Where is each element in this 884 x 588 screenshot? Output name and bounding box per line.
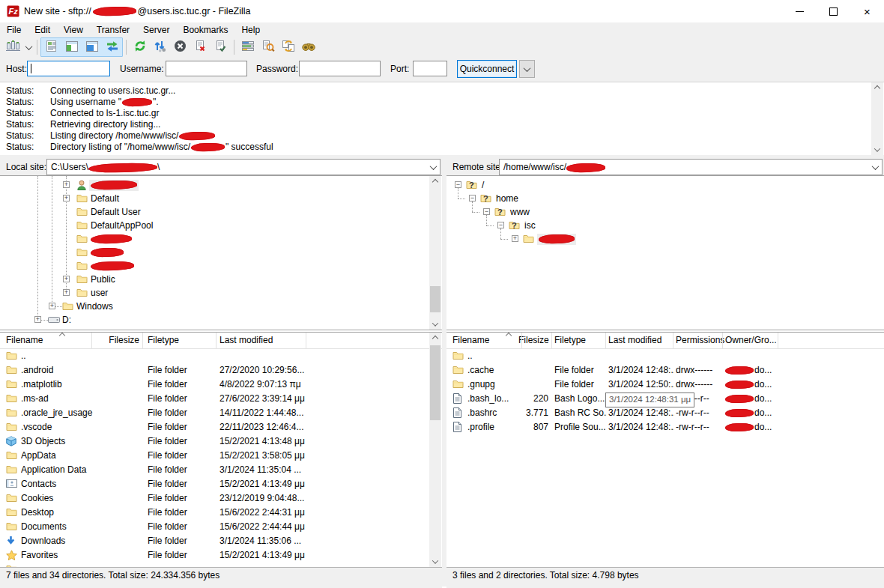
column-header-last-modified[interactable]: Last modified bbox=[608, 335, 662, 345]
file-row--vscode[interactable]: .vscodeFile folder22/11/2023 12:46:4... bbox=[0, 420, 442, 434]
file-row--matplotlib[interactable]: .matplotlibFile folder4/8/2022 9:07:13 π… bbox=[0, 378, 442, 392]
file-row-cookies[interactable]: CookiesFile folder23/12/2019 9:04:48... bbox=[0, 491, 442, 506]
file-row--profile[interactable]: .profile807Profile Sou...3/1/2024 12:48:… bbox=[446, 420, 884, 434]
expand-icon[interactable]: + bbox=[34, 316, 41, 323]
file-row--[interactable]: .. bbox=[0, 349, 442, 363]
cancel-button[interactable] bbox=[170, 38, 190, 56]
expand-icon[interactable]: + bbox=[63, 289, 70, 296]
scroll-down-button[interactable] bbox=[429, 318, 441, 330]
scroll-up-button[interactable] bbox=[429, 333, 441, 344]
site-manager-button[interactable] bbox=[3, 38, 23, 56]
scroll-up-button[interactable] bbox=[429, 176, 441, 187]
scrollbar[interactable] bbox=[429, 333, 441, 567]
file-row--oracle-jre-usage[interactable]: .oracle_jre_usageFile folder14/11/2022 1… bbox=[0, 406, 442, 420]
file-row-application-data[interactable]: Application DataFile folder3/1/2024 11:3… bbox=[0, 463, 442, 477]
port-input[interactable] bbox=[413, 61, 447, 76]
column-header-filename[interactable]: Filename bbox=[452, 335, 489, 345]
expand-icon[interactable]: + bbox=[49, 303, 55, 309]
collapse-icon[interactable]: − bbox=[483, 208, 490, 215]
column-divider[interactable] bbox=[605, 333, 606, 348]
menu-item-view[interactable]: View bbox=[57, 22, 90, 37]
column-divider[interactable] bbox=[91, 333, 92, 348]
tree-item-home[interactable]: −?home bbox=[446, 192, 884, 205]
column-header-filename[interactable]: Filename bbox=[6, 335, 43, 345]
scroll-up-button[interactable] bbox=[871, 82, 883, 94]
column-header-last-modified[interactable]: Last modified bbox=[220, 335, 273, 345]
column-divider[interactable] bbox=[673, 333, 673, 348]
host-input[interactable] bbox=[27, 61, 110, 76]
expand-icon[interactable]: + bbox=[512, 235, 518, 242]
minimize-button[interactable] bbox=[783, 0, 817, 22]
expand-icon[interactable]: + bbox=[63, 195, 70, 201]
tree-item-default[interactable]: +Default bbox=[0, 192, 442, 205]
column-divider[interactable] bbox=[142, 333, 143, 348]
file-row-3d-objects[interactable]: 3D ObjectsFile folder15/2/2021 4:13:48 μ… bbox=[0, 434, 442, 449]
scrollbar-thumb[interactable] bbox=[430, 286, 441, 312]
remote-tree-button[interactable] bbox=[82, 38, 102, 56]
menu-item-edit[interactable]: Edit bbox=[28, 22, 57, 37]
column-header-filesize[interactable]: Filesize bbox=[518, 335, 548, 345]
column-divider[interactable] bbox=[216, 333, 217, 348]
column-header-permissions[interactable]: Permissions bbox=[676, 335, 724, 345]
quickconnect-button[interactable]: Quickconnect bbox=[457, 60, 517, 78]
refresh-button[interactable] bbox=[130, 38, 150, 56]
file-row-downloads[interactable]: DownloadsFile folder3/1/2024 11:35:06 ..… bbox=[0, 534, 442, 548]
file-row-appdata[interactable]: AppDataFile folder15/2/2021 3:58:05 μμ bbox=[0, 449, 442, 463]
menu-item-file[interactable]: File bbox=[0, 22, 28, 37]
collapse-icon[interactable]: − bbox=[469, 195, 476, 201]
tree-item-windows[interactable]: +Windows bbox=[0, 300, 442, 313]
find-files-button[interactable] bbox=[298, 38, 318, 56]
password-input[interactable] bbox=[299, 61, 381, 76]
column-divider[interactable] bbox=[306, 333, 306, 348]
menu-item-bookmarks[interactable]: Bookmarks bbox=[176, 22, 234, 37]
file-row-favorites[interactable]: FavoritesFile folder15/2/2021 4:13:49 μμ bbox=[0, 548, 442, 563]
local-tree-button[interactable] bbox=[61, 38, 82, 56]
file-row-contacts[interactable]: ContactsFile folder15/2/2021 4:13:49 μμ bbox=[0, 477, 442, 491]
maximize-button[interactable] bbox=[817, 0, 850, 22]
sync-browsing-button[interactable] bbox=[278, 38, 298, 56]
quickconnect-dropdown-button[interactable] bbox=[519, 60, 535, 78]
file-row--bashrc[interactable]: .bashrc3.771Bash RC So...3/1/2024 12:48:… bbox=[446, 406, 884, 420]
tree-item[interactable] bbox=[0, 259, 442, 273]
expand-icon[interactable]: + bbox=[63, 276, 70, 282]
reconnect-button[interactable] bbox=[211, 38, 231, 56]
column-divider[interactable] bbox=[551, 333, 552, 348]
column-header-filetype[interactable]: Filetype bbox=[148, 335, 179, 345]
column-divider[interactable] bbox=[778, 333, 778, 348]
scroll-down-button[interactable] bbox=[871, 144, 883, 155]
scrollbar[interactable] bbox=[871, 82, 883, 155]
scroll-down-button[interactable] bbox=[429, 556, 441, 567]
column-header-owner-gro-[interactable]: Owner/Gro... bbox=[725, 335, 777, 345]
scrollbar-thumb[interactable] bbox=[430, 345, 441, 420]
file-row-desktop[interactable]: DesktopFile folder15/6/2022 2:44:31 μμ bbox=[0, 506, 442, 520]
file-row--ms-ad[interactable]: .ms-adFile folder27/6/2022 3:39:14 μμ bbox=[0, 392, 442, 406]
close-button[interactable]: × bbox=[850, 0, 884, 22]
tree-item-isc[interactable]: −?isc bbox=[446, 219, 884, 232]
disconnect-button[interactable] bbox=[190, 38, 211, 56]
collapse-icon[interactable]: − bbox=[497, 222, 504, 228]
file-row-documents[interactable]: DocumentsFile folder15/6/2022 2:44:44 μμ bbox=[0, 520, 442, 534]
collapse-icon[interactable]: − bbox=[455, 181, 461, 188]
menu-item-server[interactable]: Server bbox=[136, 22, 176, 37]
tree-item-www[interactable]: −?www bbox=[446, 205, 884, 219]
tree-item-user[interactable]: +user bbox=[0, 286, 442, 300]
tree-item[interactable]: + bbox=[0, 178, 442, 192]
column-divider[interactable] bbox=[521, 333, 522, 348]
transfer-queue-button[interactable] bbox=[102, 38, 122, 56]
compare-button[interactable] bbox=[258, 38, 278, 56]
local-site-combobox[interactable]: C:\Users\\ bbox=[46, 159, 441, 175]
menu-item-help[interactable]: Help bbox=[234, 22, 267, 37]
tree-item-public[interactable]: +Public bbox=[0, 273, 442, 286]
tree-item[interactable] bbox=[0, 246, 442, 259]
file-row--cache[interactable]: .cacheFile folder3/1/2024 12:48:...drwx-… bbox=[446, 363, 884, 378]
tree-item[interactable] bbox=[0, 232, 442, 246]
filter-button[interactable] bbox=[237, 38, 258, 56]
column-header-filesize[interactable]: Filesize bbox=[90, 335, 139, 345]
message-log-button[interactable] bbox=[41, 38, 61, 56]
site-manager-dropdown-button[interactable] bbox=[23, 38, 34, 56]
tree-item-default-user[interactable]: Default User bbox=[0, 205, 442, 219]
file-row--gnupg[interactable]: .gnupgFile folder3/1/2024 12:50:...drwx-… bbox=[446, 378, 884, 392]
column-header-filetype[interactable]: Filetype bbox=[554, 335, 586, 345]
tree-item-defaultapppool[interactable]: DefaultAppPool bbox=[0, 219, 442, 232]
tree-item-d-[interactable]: +D: bbox=[0, 313, 442, 327]
